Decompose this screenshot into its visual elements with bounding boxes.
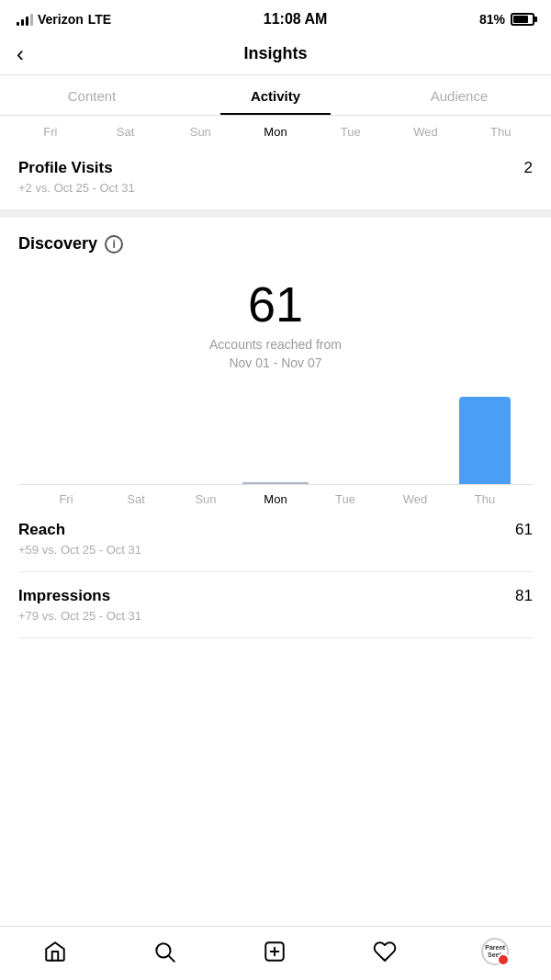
impressions-comparison: +79 vs. Oct 25 - Oct 31 — [18, 609, 533, 623]
divider-1 — [0, 210, 551, 218]
nav-profile[interactable]: ParentSeek — [481, 938, 509, 965]
bar-sun — [171, 392, 241, 484]
stats-section: Reach 61 +59 vs. Oct 25 - Oct 31 Impress… — [0, 506, 551, 638]
bar-chart — [18, 392, 533, 484]
impressions-section: Impressions 81 +79 vs. Oct 25 - Oct 31 — [18, 572, 533, 638]
reach-section: Reach 61 +59 vs. Oct 25 - Oct 31 — [18, 506, 533, 572]
day-sat: Sat — [88, 125, 163, 139]
tab-bar: Content Activity Audience — [0, 75, 551, 116]
back-button[interactable]: ‹ — [17, 41, 24, 67]
day-wed: Wed — [388, 125, 464, 139]
chart-day-sat: Sat — [101, 492, 171, 506]
carrier-name: Verizon — [38, 12, 84, 27]
carrier-info: Verizon LTE — [17, 12, 111, 27]
battery-percent: 81% — [479, 12, 505, 27]
bar-mon — [241, 392, 310, 484]
page-title: Insights — [243, 44, 307, 63]
tab-audience[interactable]: Audience — [367, 75, 551, 115]
profile-visits-value: 2 — [524, 159, 533, 177]
nav-heart[interactable] — [372, 939, 398, 964]
chart-day-mon: Mon — [241, 492, 310, 506]
bar-fri — [31, 392, 101, 484]
bar-thu — [450, 392, 520, 484]
impressions-value: 81 — [515, 587, 533, 605]
day-sun: Sun — [163, 125, 238, 139]
battery-info: 81% — [479, 12, 534, 27]
reach-value: 61 — [515, 521, 533, 539]
discovery-header: Discovery i — [18, 234, 533, 253]
bars-container — [31, 392, 520, 484]
impressions-title: Impressions — [18, 587, 110, 605]
status-time: 11:08 AM — [264, 11, 328, 28]
day-thu: Thu — [463, 125, 538, 139]
chart-day-sun: Sun — [171, 492, 241, 506]
profile-visits-section: Profile Visits 2 +2 vs. Oct 25 - Oct 31 — [0, 144, 551, 210]
status-bar: Verizon LTE 11:08 AM 81% — [0, 0, 551, 35]
chart-day-tue: Tue — [310, 492, 380, 506]
profile-visits-title: Profile Visits — [18, 159, 113, 177]
nav-home[interactable] — [42, 939, 68, 964]
chart-day-thu: Thu — [450, 492, 520, 506]
nav-add[interactable] — [262, 939, 287, 964]
profile-visits-comparison: +2 vs. Oct 25 - Oct 31 — [18, 181, 533, 195]
discovery-title: Discovery — [18, 234, 97, 253]
day-fri: Fri — [13, 125, 88, 139]
accounts-reached-number: 61 — [18, 279, 533, 329]
reach-comparison: +59 vs. Oct 25 - Oct 31 — [18, 543, 533, 557]
big-number-container: 61 Accounts reached fromNov 01 - Nov 07 — [18, 257, 533, 377]
main-content: Fri Sat Sun Mon Tue Wed Thu Profile Visi… — [0, 116, 551, 703]
tab-content[interactable]: Content — [0, 75, 184, 115]
tab-activity[interactable]: Activity — [184, 75, 367, 115]
chart-day-wed: Wed — [380, 492, 450, 506]
discovery-info-icon[interactable]: i — [105, 235, 123, 253]
chart-day-row: Fri Sat Sun Mon Tue Wed Thu — [18, 484, 533, 506]
network-type: LTE — [88, 12, 111, 27]
reach-title: Reach — [18, 521, 65, 539]
chart-day-fri: Fri — [31, 492, 101, 506]
nav-search[interactable] — [152, 939, 177, 964]
bottom-nav: ParentSeek — [0, 926, 551, 980]
top-day-row: Fri Sat Sun Mon Tue Wed Thu — [0, 116, 551, 144]
svg-line-1 — [169, 956, 174, 962]
bar-sat — [101, 392, 171, 484]
accounts-reached-label: Accounts reached fromNov 01 - Nov 07 — [18, 336, 533, 372]
day-mon: Mon — [238, 125, 313, 139]
profile-seek-label: ParentSeek — [485, 944, 505, 958]
bar-tue — [310, 392, 380, 484]
bar-wed — [380, 392, 450, 484]
header: ‹ Insights — [0, 35, 551, 75]
signal-icon — [17, 13, 33, 26]
day-tue: Tue — [313, 125, 388, 139]
discovery-section: Discovery i 61 Accounts reached fromNov … — [0, 218, 551, 506]
battery-icon — [511, 13, 534, 26]
